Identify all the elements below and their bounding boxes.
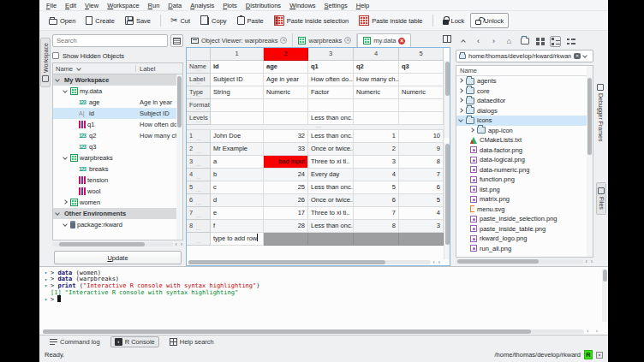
file-item-list[interactable]: list.png	[456, 185, 593, 195]
file-item-core[interactable]: core	[456, 86, 593, 97]
menu-run[interactable]: Run	[148, 2, 160, 9]
scroll-arrows-icon[interactable]: ‹ ›	[432, 259, 441, 265]
data-cell[interactable]: Three to xi ti..	[308, 156, 354, 169]
meta-cell[interactable]: q3	[399, 61, 444, 74]
meta-row-header[interactable]: Type	[187, 86, 211, 99]
editor-horizontal-scrollbar[interactable]: ‹ ›	[187, 259, 443, 265]
meta-cell[interactable]	[264, 112, 308, 125]
meta-cell[interactable]	[399, 112, 444, 125]
files-dock-tab[interactable]: Files	[596, 182, 606, 215]
meta-cell[interactable]	[399, 74, 444, 86]
r-console[interactable]: ▾ > data (women) ▾ > data (warpbreaks) ▾…	[39, 266, 608, 335]
files-column-header[interactable]: Name	[456, 66, 593, 76]
copy-button[interactable]: Copy	[196, 13, 231, 28]
up-button[interactable]	[457, 36, 468, 47]
tab-object-viewer-warpbreaks[interactable]: Object Viewer: warpbreaks ×	[186, 33, 293, 47]
scroll-arrows-icon[interactable]: ‹ ›	[585, 258, 593, 264]
tree-section-other-environments[interactable]: Other Environments	[53, 208, 182, 219]
data-cell[interactable]: 7	[354, 207, 399, 220]
file-item-data-logical[interactable]: data-logical.png	[456, 155, 593, 165]
data-cell[interactable]: c	[211, 181, 264, 194]
data-cell[interactable]: b	[211, 169, 264, 181]
working-directory[interactable]: /home/thomas/develop/rkward	[495, 351, 581, 359]
data-cell[interactable]: Less than onc...	[308, 130, 354, 143]
file-item-paste-inside-table[interactable]: paste_inside_table.png	[456, 224, 593, 234]
column-header[interactable]: 3	[308, 48, 354, 61]
file-item-data-numeric[interactable]: data-numeric.png	[456, 165, 593, 175]
menu-distributions[interactable]: Distributions	[246, 2, 281, 9]
data-cell[interactable]: 5	[354, 181, 399, 194]
column-header-label[interactable]: Label	[140, 65, 155, 73]
help-search-tab[interactable]: Help search	[166, 337, 218, 347]
menu-workspace[interactable]: Workspace	[107, 2, 139, 9]
column-header[interactable]: 4	[354, 48, 399, 61]
configure-view-button[interactable]	[170, 34, 183, 47]
data-cell[interactable]: Mr Example	[211, 143, 264, 156]
search-input[interactable]	[52, 34, 168, 47]
close-tab-icon[interactable]: ×	[398, 38, 405, 45]
file-item-icons[interactable]: icons	[456, 116, 593, 126]
file-item-data-factor[interactable]: data-factor.png	[456, 145, 593, 156]
paste-button[interactable]: Paste	[233, 13, 268, 28]
paste-inside-table-button[interactable]: Paste inside table	[355, 13, 426, 28]
close-tab-icon[interactable]: ×	[344, 37, 351, 44]
tree-section-my-workspace[interactable]: My Workspace	[53, 74, 182, 86]
column-header[interactable]: 1	[211, 48, 264, 61]
data-cell[interactable]: 6	[354, 194, 399, 207]
file-item-dataeditor[interactable]: dataeditor	[456, 96, 593, 106]
file-item-cmakelists[interactable]: CMakeLists.txt	[456, 135, 593, 145]
folder-button[interactable]	[519, 36, 530, 47]
back-button[interactable]: ‹	[473, 36, 484, 47]
file-item-run-all[interactable]: run_all.png	[456, 244, 593, 254]
debugger-frames-dock-tab[interactable]: Debugger Frames	[596, 80, 605, 145]
update-button[interactable]: Update	[54, 251, 182, 264]
meta-cell[interactable]	[399, 99, 444, 112]
data-cell[interactable]: 7	[399, 169, 444, 181]
menu-edit[interactable]: Edit	[65, 2, 76, 9]
r-engine-status-badge[interactable]: R	[584, 350, 593, 359]
data-cell[interactable]: 3	[399, 220, 444, 233]
meta-cell[interactable]: Numeric	[399, 86, 444, 99]
add-row[interactable]: type to add row	[187, 233, 450, 246]
save-button[interactable]: Save	[121, 13, 155, 28]
data-cell[interactable]: Three to xi ti..	[308, 207, 354, 220]
tree-item-breaks[interactable]: breaks	[53, 163, 182, 175]
tree-horizontal-scrollbar[interactable]: ‹ ›	[52, 241, 183, 247]
data-cell[interactable]: 17	[264, 207, 308, 220]
meta-cell[interactable]: q1	[308, 61, 354, 74]
data-cell[interactable]: Once or twice...	[308, 143, 354, 156]
paste-inside-selection-button[interactable]: Paste inside selection	[270, 13, 354, 28]
row-header[interactable]: 6	[187, 194, 211, 207]
tree-item-q3[interactable]: q3	[53, 141, 182, 152]
data-cell[interactable]: Less than onc...	[308, 181, 354, 194]
meta-row-header[interactable]: Levels	[187, 112, 211, 125]
meta-vertical-scrollbar[interactable]	[444, 61, 450, 138]
data-cell[interactable]: a	[211, 156, 264, 169]
data-cell[interactable]: d	[211, 194, 264, 207]
console-vertical-scrollbar[interactable]	[602, 269, 607, 322]
scroll-arrows-icon[interactable]: ‹ ›	[175, 241, 183, 247]
console-horizontal-scrollbar[interactable]: ‹ ›	[43, 329, 599, 334]
tab-warpbreaks[interactable]: warpbreaks ×	[293, 33, 357, 47]
tree-item-age[interactable]: ageAge in year	[53, 97, 182, 108]
meta-cell[interactable]: q2	[354, 61, 399, 74]
data-cell[interactable]: 32	[264, 130, 308, 143]
data-vertical-scrollbar[interactable]	[444, 143, 450, 259]
file-item-dialogs[interactable]: dialogs	[456, 106, 593, 116]
files-vertical-scrollbar[interactable]	[587, 66, 593, 257]
workspace-dock-tab[interactable]: Workspace	[40, 38, 51, 87]
meta-cell[interactable]: Age in year	[264, 74, 308, 86]
cut-button[interactable]: ✂Cut	[166, 13, 194, 28]
meta-cell[interactable]: Numeric	[354, 86, 399, 99]
console-prompt-line[interactable]: ▾ >	[41, 295, 599, 302]
meta-cell[interactable]: Factor	[308, 86, 354, 99]
tree-item-q1[interactable]: q1How often do...	[53, 119, 182, 130]
command-log-tab[interactable]: Command log	[46, 337, 104, 347]
tab-my-data[interactable]: my.data ×	[357, 33, 411, 47]
data-cell[interactable]: f	[211, 220, 264, 233]
data-cell[interactable]: 4	[399, 207, 444, 220]
menu-plots[interactable]: Plots	[223, 2, 237, 9]
row-header[interactable]: 5	[187, 181, 211, 194]
tree-item-my-data[interactable]: my.data	[53, 86, 182, 97]
file-item-menu-svg[interactable]: menu.svg	[456, 205, 593, 215]
